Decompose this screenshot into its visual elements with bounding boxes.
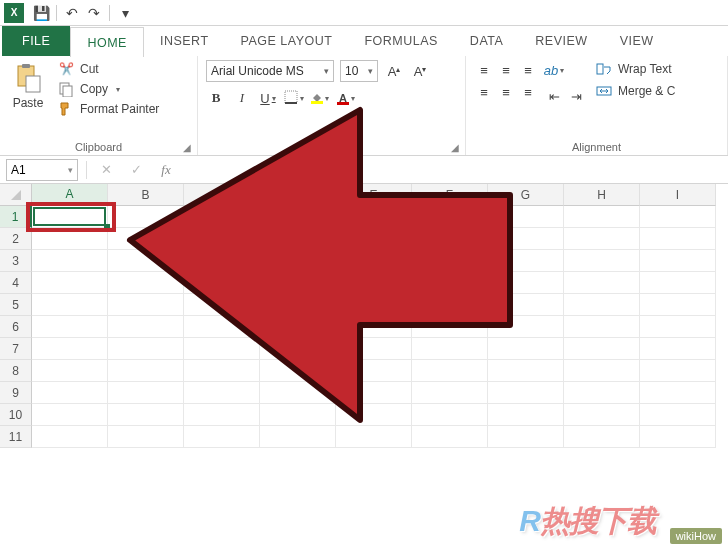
row-header-7[interactable]: 7 <box>0 338 32 360</box>
row-header-2[interactable]: 2 <box>0 228 32 250</box>
merge-center-button[interactable]: Merge & C <box>592 82 679 100</box>
col-header-d[interactable]: D <box>260 184 336 206</box>
cell-C7[interactable] <box>184 338 260 360</box>
cell-H1[interactable] <box>564 206 640 228</box>
cell-G6[interactable] <box>488 316 564 338</box>
row-header-5[interactable]: 5 <box>0 294 32 316</box>
cell-D8[interactable] <box>260 360 336 382</box>
cell-F4[interactable] <box>412 272 488 294</box>
cell-I11[interactable] <box>640 426 716 448</box>
copy-button[interactable]: Copy ▾ <box>54 80 163 98</box>
align-center-button[interactable]: ≡ <box>496 82 516 102</box>
cell-D10[interactable] <box>260 404 336 426</box>
cell-D9[interactable] <box>260 382 336 404</box>
cell-H9[interactable] <box>564 382 640 404</box>
increase-indent-button[interactable]: ⇥ <box>566 86 586 106</box>
cell-E1[interactable] <box>336 206 412 228</box>
cell-A9[interactable] <box>32 382 108 404</box>
cell-I7[interactable] <box>640 338 716 360</box>
cell-A11[interactable] <box>32 426 108 448</box>
insert-function-button[interactable]: fx <box>155 159 177 181</box>
italic-button[interactable]: I <box>232 88 252 108</box>
col-header-b[interactable]: B <box>108 184 184 206</box>
cell-G3[interactable] <box>488 250 564 272</box>
cell-E11[interactable] <box>336 426 412 448</box>
clipboard-dialog-launcher[interactable]: ◢ <box>183 142 191 153</box>
align-bottom-button[interactable]: ≡ <box>518 60 538 80</box>
cell-A8[interactable] <box>32 360 108 382</box>
cell-G2[interactable] <box>488 228 564 250</box>
cell-E7[interactable] <box>336 338 412 360</box>
cell-C11[interactable] <box>184 426 260 448</box>
cell-F2[interactable] <box>412 228 488 250</box>
qat-customize-button[interactable]: ▾ <box>114 2 136 24</box>
cell-B1[interactable] <box>108 206 184 228</box>
cell-I1[interactable] <box>640 206 716 228</box>
cell-F5[interactable] <box>412 294 488 316</box>
row-header-1[interactable]: 1 <box>0 206 32 228</box>
cell-E10[interactable] <box>336 404 412 426</box>
cell-C6[interactable] <box>184 316 260 338</box>
cell-F6[interactable] <box>412 316 488 338</box>
cell-E5[interactable] <box>336 294 412 316</box>
cell-H2[interactable] <box>564 228 640 250</box>
cell-B4[interactable] <box>108 272 184 294</box>
col-header-g[interactable]: G <box>488 184 564 206</box>
col-header-h[interactable]: H <box>564 184 640 206</box>
cell-G7[interactable] <box>488 338 564 360</box>
decrease-font-button[interactable]: A▾ <box>410 61 430 81</box>
cell-B10[interactable] <box>108 404 184 426</box>
qat-save-button[interactable]: 💾 <box>30 2 52 24</box>
cell-H10[interactable] <box>564 404 640 426</box>
cell-B2[interactable] <box>108 228 184 250</box>
cell-I8[interactable] <box>640 360 716 382</box>
tab-file[interactable]: FILE <box>2 26 70 56</box>
font-dialog-launcher[interactable]: ◢ <box>451 142 459 153</box>
cell-D3[interactable] <box>260 250 336 272</box>
cancel-entry-button[interactable]: ✕ <box>95 159 117 181</box>
cell-A2[interactable] <box>32 228 108 250</box>
cell-F11[interactable] <box>412 426 488 448</box>
cell-A5[interactable] <box>32 294 108 316</box>
cell-C10[interactable] <box>184 404 260 426</box>
tab-insert[interactable]: INSERT <box>144 26 225 56</box>
cell-B3[interactable] <box>108 250 184 272</box>
cell-E4[interactable] <box>336 272 412 294</box>
cell-E3[interactable] <box>336 250 412 272</box>
cell-A7[interactable] <box>32 338 108 360</box>
cell-C2[interactable] <box>184 228 260 250</box>
row-header-4[interactable]: 4 <box>0 272 32 294</box>
tab-home[interactable]: HOME <box>70 27 144 57</box>
align-right-button[interactable]: ≡ <box>518 82 538 102</box>
format-painter-button[interactable]: Format Painter <box>54 100 163 118</box>
col-header-c[interactable]: C <box>184 184 260 206</box>
cell-C3[interactable] <box>184 250 260 272</box>
cell-E2[interactable] <box>336 228 412 250</box>
formula-input[interactable] <box>185 159 722 181</box>
cell-H4[interactable] <box>564 272 640 294</box>
orientation-button[interactable]: ab▾ <box>544 60 564 80</box>
fill-handle[interactable] <box>104 224 110 230</box>
cell-C1[interactable] <box>184 206 260 228</box>
cell-G10[interactable] <box>488 404 564 426</box>
cell-B7[interactable] <box>108 338 184 360</box>
cell-F7[interactable] <box>412 338 488 360</box>
cell-A10[interactable] <box>32 404 108 426</box>
cell-C4[interactable] <box>184 272 260 294</box>
cell-I6[interactable] <box>640 316 716 338</box>
cell-A4[interactable] <box>32 272 108 294</box>
cell-I4[interactable] <box>640 272 716 294</box>
cell-D4[interactable] <box>260 272 336 294</box>
align-top-button[interactable]: ≡ <box>474 60 494 80</box>
cell-G8[interactable] <box>488 360 564 382</box>
cell-H7[interactable] <box>564 338 640 360</box>
cell-H5[interactable] <box>564 294 640 316</box>
cell-E9[interactable] <box>336 382 412 404</box>
cell-D5[interactable] <box>260 294 336 316</box>
cell-C9[interactable] <box>184 382 260 404</box>
cell-C5[interactable] <box>184 294 260 316</box>
tab-data[interactable]: DATA <box>454 26 519 56</box>
qat-redo-button[interactable]: ↷ <box>83 2 105 24</box>
cell-D6[interactable] <box>260 316 336 338</box>
col-header-i[interactable]: I <box>640 184 716 206</box>
